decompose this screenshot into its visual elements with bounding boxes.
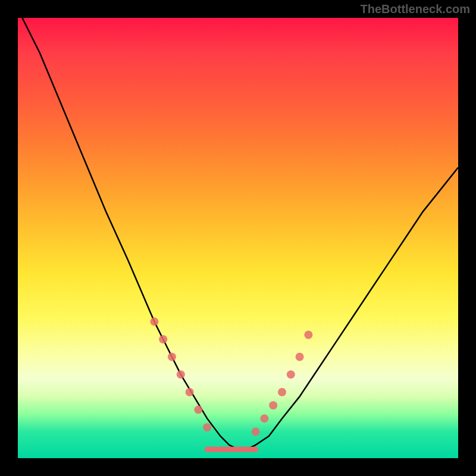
data-point <box>296 353 304 361</box>
data-point <box>278 388 286 396</box>
data-point <box>159 335 167 343</box>
watermark-text: TheBottleneck.com <box>361 2 470 16</box>
dots-left-group <box>150 318 211 432</box>
data-point <box>168 353 176 361</box>
data-point <box>304 331 312 339</box>
chart-area <box>18 18 458 458</box>
chart-svg <box>18 18 458 458</box>
data-point <box>150 318 158 326</box>
data-point <box>186 388 194 396</box>
data-point <box>194 406 202 414</box>
data-point <box>203 423 211 431</box>
data-point <box>252 428 260 436</box>
data-point <box>260 414 268 422</box>
data-point <box>177 370 185 378</box>
data-point <box>269 401 277 409</box>
data-point <box>287 370 295 378</box>
bottleneck-curve <box>18 18 458 449</box>
dots-right-group <box>252 331 313 436</box>
